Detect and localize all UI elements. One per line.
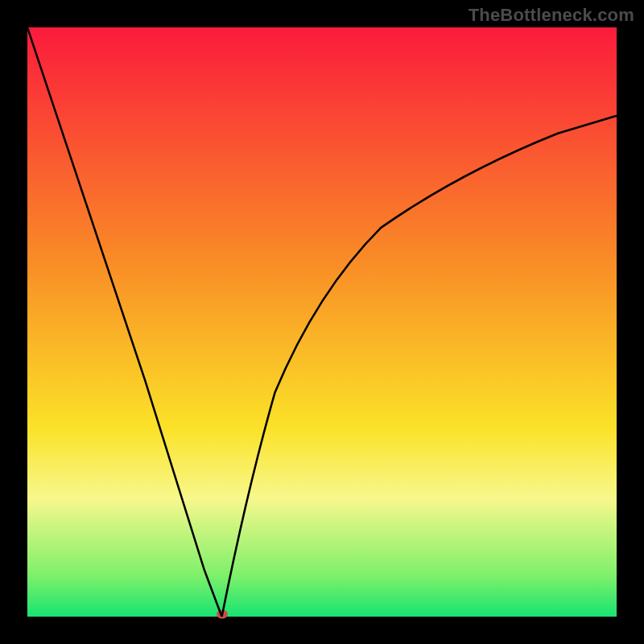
watermark-text: TheBottleneck.com <box>469 5 634 26</box>
curve-right-branch <box>222 116 617 617</box>
chart-frame: TheBottleneck.com <box>0 0 644 644</box>
curve-left-branch <box>27 27 222 617</box>
bottleneck-curve <box>27 27 617 617</box>
